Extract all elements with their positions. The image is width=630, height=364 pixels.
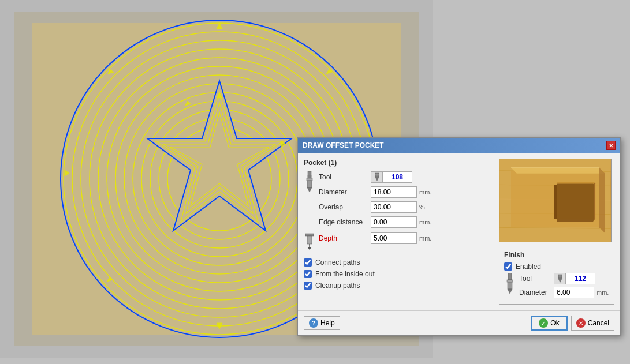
edge-distance-label: Edge distance [319,218,371,226]
tool-icon-small [371,172,383,182]
finish-section: Finish Enabled [499,247,614,305]
finish-tool-icon-small [554,273,566,284]
cancel-icon: ✕ [576,318,586,328]
from-inside-label: From the inside out [315,270,375,278]
finish-enabled-label: Enabled [516,262,541,271]
help-icon: ? [309,318,318,328]
help-button[interactable]: ? Help [304,316,340,330]
svg-marker-37 [375,177,379,181]
svg-rect-61 [508,282,512,289]
ok-button[interactable]: ✓ Ok [531,316,567,331]
tool-icon [304,171,316,194]
svg-marker-33 [307,187,312,192]
cleanup-paths-label: Cleanup paths [315,282,360,290]
svg-rect-41 [307,236,312,244]
diameter-label: Diameter [319,188,371,196]
diameter-row: Diameter mm. [319,186,493,198]
connect-paths-label: Connect paths [315,258,360,267]
depth-input[interactable] [371,232,417,244]
right-buttons: ✓ Ok ✕ Cancel [531,316,614,331]
finish-enabled-checkbox[interactable] [504,262,512,271]
diameter-input[interactable] [371,186,417,198]
finish-diameter-label: Diameter [519,288,554,297]
fields-group: Tool 108 [319,171,493,231]
svg-rect-59 [508,273,512,280]
depth-section: Depth mm. [304,232,493,252]
tool-label: Tool [319,173,371,181]
finish-enabled-row: Enabled [504,262,609,271]
overlap-input[interactable] [371,201,417,213]
svg-rect-57 [557,183,594,219]
checkboxes-group: Connect paths From the inside out Cleanu… [304,258,493,290]
dialog-right: Finish Enabled [499,159,614,305]
cleanup-paths-row: Cleanup paths [304,282,493,290]
preview-svg [499,159,611,242]
tool-input-container[interactable]: 108 [371,171,412,183]
svg-marker-62 [508,289,512,294]
depth-fields: Depth mm. [319,232,493,247]
finish-tool-section: Tool 112 [504,273,609,301]
draw-offset-pocket-dialog: DRAW OFFSET POCKET ✕ Pocket (1) [297,137,621,336]
depth-row: Depth mm. [319,232,493,244]
overlap-row: Overlap % [319,201,493,213]
svg-marker-64 [558,278,562,283]
cleanup-paths-checkbox[interactable] [304,282,312,290]
dialog-title: DRAW OFFSET POCKET [303,141,384,149]
finish-tool-row: Tool 112 [519,273,609,284]
svg-marker-53 [511,168,605,174]
finish-diameter-input[interactable] [554,287,594,298]
depth-unit: mm. [419,235,431,242]
preview-image [499,159,612,242]
svg-rect-32 [307,181,312,187]
svg-rect-60 [507,280,513,282]
finish-tool-icon [504,273,517,295]
tool-number: 108 [383,173,412,181]
finish-tool-number: 112 [566,275,595,283]
tool-section: Tool 108 [304,171,493,231]
connect-paths-row: Connect paths [304,258,493,267]
tool-row: Tool 108 [319,171,493,183]
svg-rect-63 [558,275,562,278]
svg-marker-56 [594,182,595,220]
edge-distance-row: Edge distance mm. [319,216,493,228]
svg-marker-55 [557,182,595,183]
finish-fields: Tool 112 [519,273,609,301]
edge-distance-input[interactable] [371,216,417,228]
finish-diameter-unit: mm. [597,289,609,296]
svg-rect-31 [307,178,312,181]
help-label: Help [320,319,335,327]
dialog-body: Pocket (1) Tool [298,153,620,310]
pocket-label: Pocket (1) [304,159,493,167]
cancel-label: Cancel [588,319,609,327]
ok-icon: ✓ [539,318,548,328]
cancel-button[interactable]: ✕ Cancel [571,316,614,331]
finish-title: Finish [504,251,609,259]
diameter-unit: mm. [419,189,431,196]
close-button[interactable]: ✕ [606,141,616,150]
dialog-left: Pocket (1) Tool [304,159,493,305]
finish-tool-label: Tool [519,275,554,283]
finish-tool-input-container[interactable]: 112 [554,273,595,284]
svg-marker-54 [599,168,605,233]
depth-label: Depth [319,234,371,242]
finish-diameter-row: Diameter mm. [519,287,609,298]
ok-label: Ok [550,319,559,327]
overlap-unit: % [419,204,425,211]
dialog-footer: ? Help ✓ Ok ✕ Cancel [298,310,620,335]
connect-paths-checkbox[interactable] [304,258,312,267]
dialog-titlebar: DRAW OFFSET POCKET ✕ [298,138,620,153]
svg-marker-43 [307,247,312,250]
svg-rect-40 [305,234,314,236]
overlap-label: Overlap [319,203,371,211]
depth-icon [304,232,316,252]
from-inside-checkbox[interactable] [304,270,312,278]
edge-distance-unit: mm. [419,219,431,226]
from-inside-row: From the inside out [304,270,493,278]
